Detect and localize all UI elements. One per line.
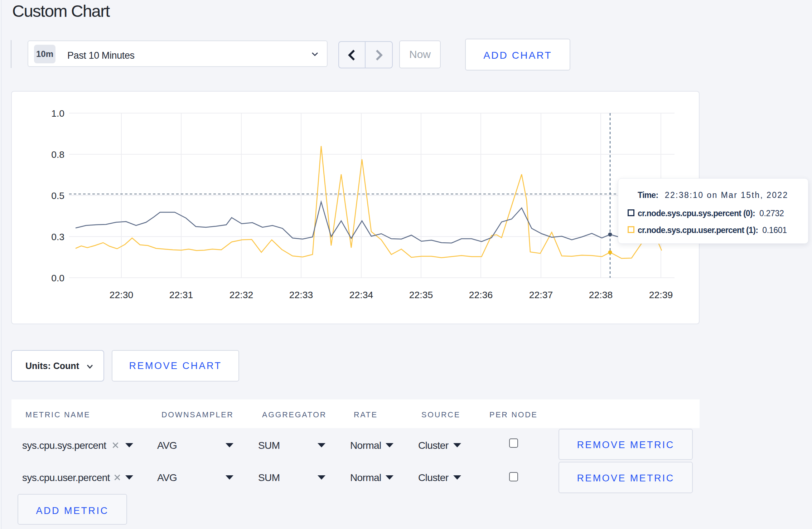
svg-text:22:33: 22:33 — [289, 290, 313, 300]
svg-text:22:37: 22:37 — [529, 290, 553, 300]
svg-text:0.5: 0.5 — [51, 190, 64, 201]
svg-text:0.3: 0.3 — [51, 232, 64, 242]
svg-text:22:34: 22:34 — [349, 290, 373, 300]
svg-text:0.0: 0.0 — [51, 273, 64, 283]
svg-text:22:35: 22:35 — [409, 290, 433, 300]
svg-text:22:36: 22:36 — [469, 290, 493, 300]
svg-text:22:39: 22:39 — [649, 290, 673, 300]
svg-text:22:30: 22:30 — [110, 290, 133, 300]
svg-text:1.0: 1.0 — [51, 108, 64, 119]
svg-text:22:32: 22:32 — [229, 290, 253, 300]
svg-text:22:38: 22:38 — [589, 290, 613, 300]
svg-text:0.8: 0.8 — [51, 149, 64, 160]
svg-text:22:31: 22:31 — [169, 290, 193, 300]
